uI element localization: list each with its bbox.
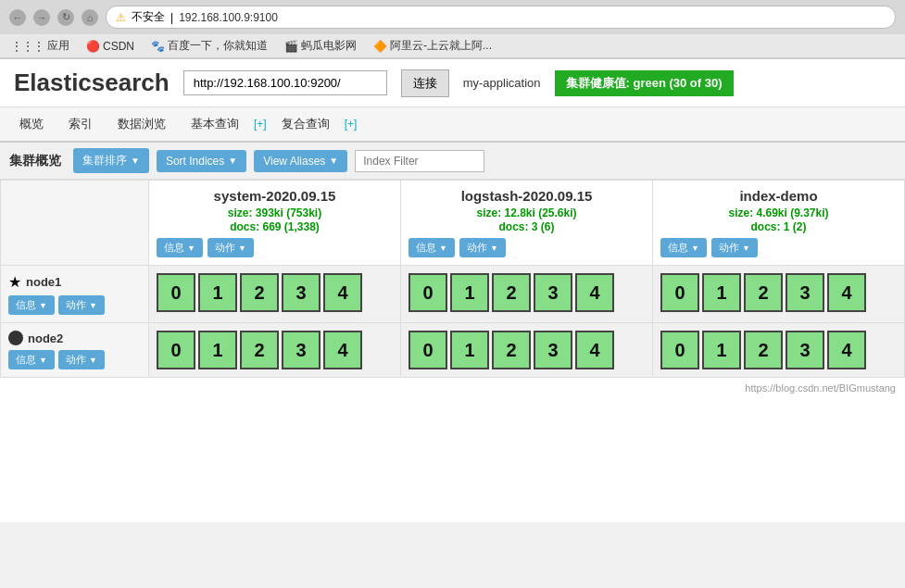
demo-info-arrow: ▼ bbox=[691, 244, 699, 253]
system-info-arrow: ▼ bbox=[187, 244, 195, 253]
shard-4: 4 bbox=[575, 273, 614, 312]
shard-2: 2 bbox=[744, 331, 783, 369]
nav-tabs: 概览 索引 数据浏览 基本查询 [+] 复合查询 [+] bbox=[0, 107, 905, 143]
home-button[interactable]: ⌂ bbox=[82, 9, 98, 26]
bookmark-ali[interactable]: 🔶 阿里云-上云就上阿... bbox=[370, 37, 496, 55]
shard-1: 1 bbox=[450, 273, 489, 312]
demo-action-button[interactable]: 动作 ▼ bbox=[711, 238, 758, 257]
shard-2: 2 bbox=[492, 273, 531, 312]
sort-indices-button[interactable]: Sort Indices ▼ bbox=[157, 150, 246, 172]
view-aliases-button[interactable]: View Aliases ▼ bbox=[254, 150, 347, 172]
system-action-button[interactable]: 动作 ▼ bbox=[207, 238, 254, 257]
index-size-demo: size: 4.69ki (9.37ki) bbox=[660, 206, 897, 219]
health-badge: 集群健康值: green (30 of 30) bbox=[555, 70, 734, 96]
index-filter-input[interactable] bbox=[355, 150, 484, 172]
demo-info-button[interactable]: 信息 ▼ bbox=[660, 238, 707, 257]
shard-3: 3 bbox=[282, 331, 321, 369]
index-name-logstash: logstash-2020.09.15 bbox=[409, 188, 645, 204]
node2-dot-icon bbox=[8, 331, 23, 345]
node2-info-arrow: ▼ bbox=[39, 356, 47, 365]
index-table: system-2020.09.15 size: 393ki (753ki) do… bbox=[0, 180, 905, 378]
shard-1: 1 bbox=[198, 273, 237, 312]
bookmark-apps[interactable]: ⋮⋮⋮ 应用 bbox=[7, 37, 73, 55]
toolbar: 集群概览 集群排序 ▼ Sort Indices ▼ View Aliases … bbox=[0, 143, 905, 180]
tab-basic-query[interactable]: 基本查询 bbox=[181, 111, 249, 137]
table-row: node2 信息 ▼ 动作 ▼ bbox=[1, 323, 905, 378]
shard-0: 0 bbox=[157, 331, 195, 369]
address-separator: | bbox=[170, 11, 173, 24]
complex-query-add[interactable]: [+] bbox=[345, 118, 358, 131]
node1-cell: ★ node1 信息 ▼ 动作 ▼ bbox=[1, 266, 149, 323]
cluster-sort-arrow: ▼ bbox=[131, 156, 140, 166]
connect-button[interactable]: 连接 bbox=[401, 69, 449, 97]
index-docs-system: docs: 669 (1,338) bbox=[157, 220, 393, 233]
logstash-action-button[interactable]: 动作 ▼ bbox=[459, 238, 506, 257]
shard-2: 2 bbox=[240, 331, 279, 369]
refresh-button[interactable]: ↻ bbox=[57, 9, 74, 26]
tab-overview[interactable]: 概览 bbox=[9, 111, 54, 137]
node1-system-shards: 0 1 2 3 4 bbox=[149, 266, 401, 323]
index-header-logstash: logstash-2020.09.15 size: 12.8ki (25.6ki… bbox=[401, 181, 653, 266]
main-content: system-2020.09.15 size: 393ki (753ki) do… bbox=[0, 180, 905, 378]
shard-4: 4 bbox=[827, 331, 866, 369]
shard-4: 4 bbox=[827, 273, 866, 312]
bookmark-baidu[interactable]: 🐾 百度一下，你就知道 bbox=[147, 37, 271, 55]
bookmark-bt[interactable]: 🎬 蚂瓜电影网 bbox=[281, 37, 360, 55]
shard-0: 0 bbox=[157, 273, 195, 312]
basic-query-add[interactable]: [+] bbox=[254, 118, 267, 131]
shard-1: 1 bbox=[702, 331, 741, 369]
tab-complex-query[interactable]: 复合查询 bbox=[271, 111, 340, 137]
index-size-logstash: size: 12.8ki (25.6ki) bbox=[409, 206, 645, 219]
app-name: my-application bbox=[463, 76, 541, 90]
node1-action-arrow: ▼ bbox=[89, 301, 97, 310]
node2-system-shards: 0 1 2 3 4 bbox=[149, 323, 401, 378]
tab-index[interactable]: 索引 bbox=[58, 111, 103, 137]
tab-data-browse[interactable]: 数据浏览 bbox=[107, 111, 176, 137]
index-name-system: system-2020.09.15 bbox=[157, 188, 393, 204]
cluster-overview-label: 集群概览 bbox=[9, 153, 61, 169]
system-info-button[interactable]: 信息 ▼ bbox=[157, 238, 203, 257]
forward-button[interactable]: → bbox=[33, 9, 50, 26]
app-title: Elasticsearch bbox=[14, 69, 170, 97]
bookmark-csdn[interactable]: 🔴 CSDN bbox=[82, 39, 138, 54]
shard-4: 4 bbox=[575, 331, 614, 369]
shard-2: 2 bbox=[744, 273, 783, 312]
node1-star-icon: ★ bbox=[8, 273, 21, 291]
demo-action-arrow: ▼ bbox=[742, 244, 750, 253]
shard-3: 3 bbox=[282, 273, 321, 312]
shard-0: 0 bbox=[409, 273, 447, 312]
shard-1: 1 bbox=[198, 331, 237, 369]
node2-action-button[interactable]: 动作 ▼ bbox=[58, 350, 105, 369]
node2-info-button[interactable]: 信息 ▼ bbox=[8, 350, 55, 369]
app-header: Elasticsearch 连接 my-application 集群健康值: g… bbox=[0, 59, 905, 107]
back-button[interactable]: ← bbox=[9, 9, 26, 26]
index-docs-logstash: docs: 3 (6) bbox=[409, 220, 645, 233]
shard-3: 3 bbox=[534, 331, 572, 369]
node2-action-arrow: ▼ bbox=[89, 356, 97, 365]
node1-logstash-shards: 0 1 2 3 4 bbox=[401, 266, 653, 323]
url-input[interactable] bbox=[183, 70, 387, 95]
address-text: 192.168.100.9:9100 bbox=[179, 11, 886, 24]
view-aliases-arrow: ▼ bbox=[329, 156, 338, 166]
shard-3: 3 bbox=[786, 331, 824, 369]
node1-info-button[interactable]: 信息 ▼ bbox=[8, 295, 55, 315]
cluster-sort-button[interactable]: 集群排序 ▼ bbox=[73, 148, 149, 173]
address-bar: ⚠ 不安全 | 192.168.100.9:9100 bbox=[106, 6, 896, 29]
node2-logstash-shards: 0 1 2 3 4 bbox=[401, 323, 653, 378]
node1-info-arrow: ▼ bbox=[39, 301, 47, 310]
node1-name: node1 bbox=[26, 275, 61, 289]
shard-0: 0 bbox=[660, 331, 699, 369]
index-size-system: size: 393ki (753ki) bbox=[157, 206, 393, 219]
logstash-info-button[interactable]: 信息 ▼ bbox=[409, 238, 455, 257]
shard-3: 3 bbox=[786, 273, 824, 312]
node-header-cell bbox=[1, 181, 149, 266]
index-header-system: system-2020.09.15 size: 393ki (753ki) do… bbox=[149, 181, 401, 266]
shard-3: 3 bbox=[534, 273, 572, 312]
shard-1: 1 bbox=[450, 331, 489, 369]
bookmarks-bar: ⋮⋮⋮ 应用 🔴 CSDN 🐾 百度一下，你就知道 🎬 蚂瓜电影网 🔶 阿里云-… bbox=[0, 34, 905, 58]
shard-2: 2 bbox=[240, 273, 279, 312]
shard-0: 0 bbox=[409, 331, 447, 369]
node1-action-button[interactable]: 动作 ▼ bbox=[58, 295, 105, 315]
shard-0: 0 bbox=[660, 273, 699, 312]
node1-demo-shards: 0 1 2 3 4 bbox=[653, 266, 905, 323]
